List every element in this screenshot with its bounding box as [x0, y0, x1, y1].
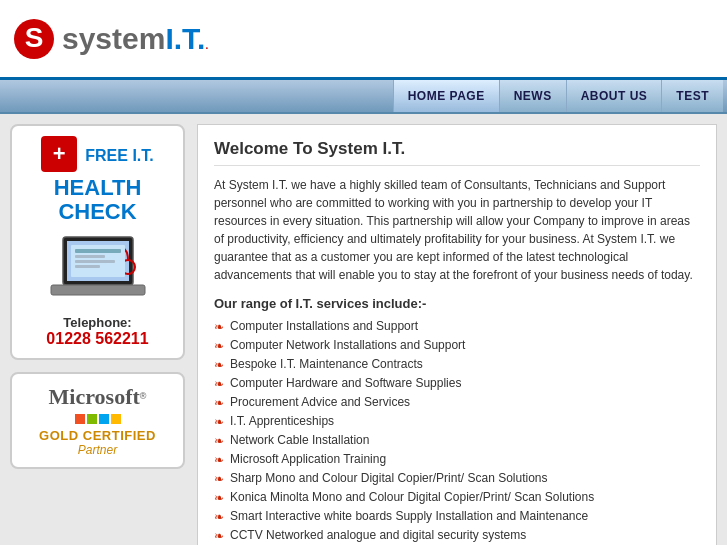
- service-text: Sharp Mono and Colour Digital Copier/Pri…: [230, 471, 548, 485]
- bullet-icon: ❧: [214, 415, 224, 429]
- bullet-icon: ❧: [214, 396, 224, 410]
- service-list-item: ❧Computer Hardware and Software Supplies: [214, 376, 700, 391]
- ms-squares: [22, 414, 173, 424]
- service-list-item: ❧Smart Interactive white boards Supply I…: [214, 509, 700, 524]
- service-list-item: ❧Microsoft Application Training: [214, 452, 700, 467]
- logo-system: system: [62, 22, 165, 55]
- service-list-item: ❧Konica Minolta Mono and Colour Digital …: [214, 490, 700, 505]
- svg-text:S: S: [25, 22, 44, 53]
- service-text: Computer Network Installations and Suppo…: [230, 338, 465, 352]
- svg-rect-9: [75, 255, 105, 258]
- svg-rect-10: [75, 260, 115, 263]
- partner-label: Partner: [22, 443, 173, 457]
- bullet-icon: ❧: [214, 491, 224, 505]
- bullet-icon: ❧: [214, 529, 224, 543]
- bullet-icon: ❧: [214, 339, 224, 353]
- nav-about[interactable]: ABOUT US: [566, 80, 662, 112]
- service-list-item: ❧Computer Network Installations and Supp…: [214, 338, 700, 353]
- health-check-icon: +: [41, 136, 77, 172]
- service-text: CCTV Networked analogue and digital secu…: [230, 528, 526, 542]
- main-content: + FREE I.T. HEALTHCHECK: [0, 114, 727, 545]
- services-title: Our range of I.T. services include:-: [214, 296, 700, 311]
- ms-certified-box: Microsoft® GOLD CERTIFIED Partner: [10, 372, 185, 469]
- bullet-icon: ❧: [214, 453, 224, 467]
- logo-it: I.T.: [165, 22, 205, 55]
- nav-test[interactable]: TEST: [661, 80, 723, 112]
- bullet-icon: ❧: [214, 434, 224, 448]
- nav-home[interactable]: HOME PAGE: [393, 80, 499, 112]
- service-text: Smart Interactive white boards Supply In…: [230, 509, 588, 523]
- logo-dot: .: [205, 40, 208, 51]
- svg-rect-4: [51, 285, 145, 295]
- service-list-item: ❧Bespoke I.T. Maintenance Contracts: [214, 357, 700, 372]
- intro-paragraph: At System I.T. we have a highly skilled …: [214, 176, 700, 284]
- service-text: Computer Installations and Support: [230, 319, 418, 333]
- svg-rect-11: [75, 265, 100, 268]
- service-text: Network Cable Installation: [230, 433, 369, 447]
- service-list-item: ❧Computer Installations and Support: [214, 319, 700, 334]
- health-check-title: HEALTHCHECK: [22, 176, 173, 224]
- service-list-item: ❧Network Cable Installation: [214, 433, 700, 448]
- service-list-item: ❧I.T. Apprenticeships: [214, 414, 700, 429]
- service-text: Procurement Advice and Services: [230, 395, 410, 409]
- bullet-icon: ❧: [214, 358, 224, 372]
- navbar: HOME PAGE NEWS ABOUT US TEST: [0, 80, 727, 114]
- service-list-item: ❧Sharp Mono and Colour Digital Copier/Pr…: [214, 471, 700, 486]
- logo-s-icon: S: [12, 17, 56, 61]
- laptop-illustration: [22, 232, 173, 307]
- service-text: I.T. Apprenticeships: [230, 414, 334, 428]
- bullet-icon: ❧: [214, 377, 224, 391]
- bullet-icon: ❧: [214, 320, 224, 334]
- service-text: Microsoft Application Training: [230, 452, 386, 466]
- logo: S systemI.T..: [12, 17, 208, 61]
- ms-logo-text: Microsoft: [49, 384, 140, 409]
- service-list-item: ❧Procurement Advice and Services: [214, 395, 700, 410]
- laptop-svg: [43, 232, 153, 307]
- header: S systemI.T..: [0, 0, 727, 80]
- service-text: Konica Minolta Mono and Colour Digital C…: [230, 490, 594, 504]
- service-text: Bespoke I.T. Maintenance Contracts: [230, 357, 423, 371]
- service-text: Computer Hardware and Software Supplies: [230, 376, 461, 390]
- nav-news[interactable]: NEWS: [499, 80, 566, 112]
- phone-label: Telephone:: [22, 315, 173, 330]
- gold-certified-label: GOLD CERTIFIED: [22, 428, 173, 443]
- sidebar: + FREE I.T. HEALTHCHECK: [10, 124, 185, 545]
- ms-trademark: ®: [140, 391, 147, 401]
- phone-number: 01228 562211: [22, 330, 173, 348]
- health-free-label: FREE I.T.: [85, 147, 153, 165]
- content-area: Welcome To System I.T. At System I.T. we…: [197, 124, 717, 545]
- content-title: Welcome To System I.T.: [214, 139, 700, 166]
- services-list: ❧Computer Installations and Support❧Comp…: [214, 319, 700, 543]
- service-list-item: ❧CCTV Networked analogue and digital sec…: [214, 528, 700, 543]
- health-check-box: + FREE I.T. HEALTHCHECK: [10, 124, 185, 360]
- bullet-icon: ❧: [214, 510, 224, 524]
- ms-logo: Microsoft®: [22, 384, 173, 410]
- svg-rect-8: [75, 249, 121, 253]
- logo-text-group: systemI.T..: [62, 22, 208, 56]
- bullet-icon: ❧: [214, 472, 224, 486]
